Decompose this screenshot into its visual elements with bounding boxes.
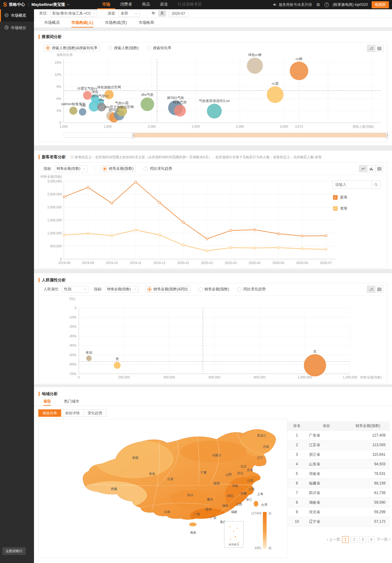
radio-搜索转化率[interactable]: 搜索转化率 [147,45,171,51]
nav-item-市场[interactable]: 市场 [97,0,115,9]
bubble-琦色cc棒[interactable] [247,58,263,74]
data-point[interactable] [182,221,184,223]
page-button-4[interactable]: 4 [368,536,375,543]
page-button-2[interactable]: 2 [351,536,357,543]
view-button-变化趋势[interactable]: 变化趋势 [83,409,106,417]
data-point[interactable] [325,235,327,237]
metric-select[interactable]: 销售金额(指数) [105,286,138,293]
tab-市场构成(人)[interactable]: 市场构成(人) [71,18,93,28]
category-select[interactable]: 彩妆/香水/美妆工具->CC霜 [50,10,97,17]
zoom-slider-handle-left[interactable] [132,132,134,139]
attribute-select[interactable]: 性别 [62,286,88,293]
bubble-未知[interactable] [86,356,92,361]
data-point[interactable] [63,234,65,236]
bubble-男[interactable] [114,362,120,369]
region-tab-省份[interactable]: 省份 [43,397,51,406]
view-button-省份详情[interactable]: 省份详情 [61,409,84,417]
page-button-3[interactable]: 3 [359,536,366,543]
app-logo-icon[interactable]: S [3,0,7,9]
china-mainland[interactable] [77,429,280,527]
nav-item-消费者[interactable]: 消费者 [115,0,137,9]
bubble-dhv气垫[interactable] [141,97,154,111]
series-老客[interactable] [63,229,327,252]
data-point[interactable] [230,247,232,249]
checkbox-icon[interactable]: ✓ [333,206,338,211]
bubble-气垫[interactable] [79,108,86,116]
radio-销售金额(指数)[interactable]: 销售金额(指数) [100,165,136,172]
data-point[interactable] [230,229,232,232]
radio-同比变化趋势[interactable]: 同比变化趋势 [237,286,266,293]
search-button[interactable] [372,181,380,188]
demographic-bubble-chart[interactable]: 0-10%-20%-30%-40%-50%-60%-70%0200,000400… [39,296,388,384]
data-point[interactable] [254,229,256,231]
scatter-view-button[interactable] [367,286,375,293]
year-toggle[interactable]: 年 [150,10,158,17]
radio-搜索人数(指数)[interactable]: 搜索人数(指数) [108,45,139,51]
bubble-cc霜[interactable] [267,86,284,103]
line-view-button[interactable] [359,165,367,172]
data-point[interactable] [111,202,113,204]
radio-搜索人数(指数)&搜索转化率[interactable]: 搜索人数(指数)&搜索转化率 [44,45,100,51]
series-新客[interactable] [63,181,327,240]
gear-icon[interactable]: ⚙ [316,2,321,7]
tab-市场构成(货)[interactable]: 市场构成(货) [105,18,127,28]
data-point[interactable] [63,196,65,198]
radio-销售金额(指数)[interactable]: 销售金额(指数) [198,286,229,293]
bubble-salmon鲑鱼气垫[interactable] [69,107,77,115]
data-point[interactable] [301,248,303,250]
legend-新客[interactable]: ✓新客 [333,195,348,200]
data-point[interactable] [301,235,303,237]
sidebar-item-市场细分[interactable]: 市场细分 [0,22,34,34]
data-point[interactable] [254,247,256,249]
zoom-slider[interactable] [64,133,388,138]
bubble-付爱宝气垫cc[interactable] [83,91,92,100]
legend-老客[interactable]: ✓老客 [333,206,348,211]
data-point[interactable] [111,234,113,237]
sidebar-item-市场概览[interactable]: 市场概览 [0,9,34,22]
tab-市场概况[interactable]: 市场概况 [44,18,60,28]
region-tab-热门城市[interactable]: 热门城市 [64,397,79,406]
table-view-button[interactable] [375,286,383,293]
data-point[interactable] [325,248,327,250]
data-bank-button[interactable]: 去数据银行 [2,547,26,555]
nav-item-渠道[interactable]: 渠道 [155,0,173,9]
data-point[interactable] [206,238,208,240]
bubble-cc棒[interactable] [290,62,308,80]
next-page-button[interactable]: 下一页 › [377,537,390,542]
dept-badge[interactable]: 电商部 [372,1,389,8]
search-bubble-chart[interactable]: 1,0001,5002,0002,5003,0003,5003,67103%6%… [39,52,388,130]
view-button-省份分布[interactable]: 省份分布 [38,409,61,417]
zoom-slider-handle-right[interactable] [386,132,388,139]
table-view-button[interactable] [375,45,383,52]
data-point[interactable] [158,234,161,236]
radio-销售金额(指数)&同比[interactable]: 销售金额(指数)&同比 [145,286,190,293]
help-icon[interactable]: ? [324,2,329,7]
bubble-女[interactable] [304,354,326,377]
bar-view-button[interactable] [367,165,375,172]
zoom-slider-window[interactable] [133,133,388,137]
data-point[interactable] [135,181,137,183]
hainan-island[interactable] [189,522,197,527]
data-point[interactable] [206,250,208,252]
data-point[interactable] [87,232,89,235]
nav-item-行业策略专区[interactable]: 行业策略专区 [173,0,207,9]
tab-市场格局[interactable]: 市场格局 [139,18,154,28]
page-button-1[interactable]: 1 [342,536,349,543]
nav-item-商品[interactable]: 商品 [137,0,155,9]
data-point[interactable] [87,186,89,189]
data-point[interactable] [182,244,184,246]
search-input[interactable] [333,181,372,188]
month-toggle[interactable]: 月 [158,10,166,17]
data-point[interactable] [158,201,161,203]
data-point[interactable] [277,233,280,235]
table-view-button[interactable] [375,165,383,172]
scatter-view-button[interactable] [367,45,375,52]
date-input[interactable]: 2020-07 [169,10,188,17]
radio-同比变化趋势[interactable]: 同比变化趋势 [144,165,172,172]
brand-selector[interactable]: Maybelline/美宝莲 [32,2,70,7]
bubble-鲑鱼气垫[interactable] [174,105,186,117]
data-point[interactable] [277,247,280,249]
prev-page-button[interactable]: ‹ 上一页 [327,537,340,542]
data-point[interactable] [135,229,137,231]
customer-line-chart[interactable]: 0500,0001,000,0001,500,0002,000,0002,500… [39,175,388,268]
